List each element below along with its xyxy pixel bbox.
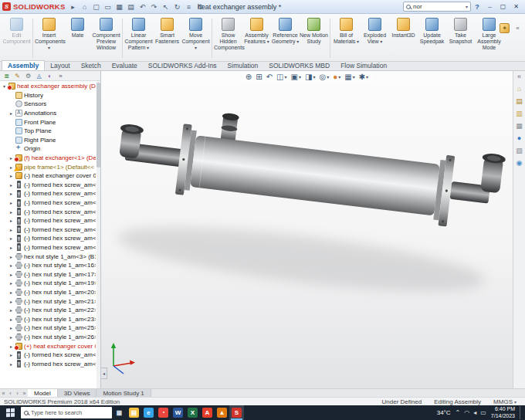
ribbon-instant3d-button[interactable]: Instant3D <box>389 15 418 61</box>
zoom-to-fit-icon[interactable]: ⊕ <box>246 73 252 81</box>
expander-icon[interactable]: ▸ <box>8 344 14 349</box>
solidworks-resources-icon[interactable]: ⌂ <box>517 86 521 93</box>
hidden-icons-chevron[interactable]: ⌃ <box>456 410 461 416</box>
ribbon-assembly-features-button[interactable]: Assembly Features ▾ <box>242 15 271 61</box>
ribbon-move-component-button[interactable]: Move Component ▾ <box>181 15 210 61</box>
expander-icon[interactable]: ▸ <box>8 173 14 178</box>
expander-icon[interactable]: ▸ <box>8 235 14 241</box>
task-pane-collapse-icon[interactable]: « <box>517 73 521 80</box>
menu-arrow-icon[interactable]: ▸ <box>67 2 78 12</box>
displaymanager-tab-icon[interactable]: ◐ <box>45 72 55 80</box>
view-settings-icon[interactable]: ✱▾ <box>359 73 368 81</box>
expander-icon[interactable]: ▸ <box>8 280 14 286</box>
edit-appearance-icon[interactable]: ●▾ <box>333 73 340 81</box>
ribbon-exploded-view-button[interactable]: Exploded View ▾ <box>361 15 389 61</box>
custom-properties-icon[interactable]: ▧ <box>516 147 523 154</box>
collapse-ribbon-icon[interactable]: « <box>513 23 523 33</box>
tree-item[interactable]: ▸(-) heat exchanger cover 01<1> (B <box>0 171 100 181</box>
graphics-area[interactable]: ⊕⊞↶◫▾▣▾◨▾◎▾●▾▦▾✱▾ ◂ <box>101 71 513 388</box>
expander-icon[interactable]: ▸ <box>8 272 14 277</box>
save-icon[interactable]: ▦ <box>113 2 124 12</box>
undo-icon[interactable]: ↶ <box>137 2 147 12</box>
expander-icon[interactable]: ▸ <box>8 290 14 295</box>
tree-item[interactable]: ▸(-) formed hex screw_am<12> (B <box>0 243 100 252</box>
excel-icon[interactable]: X <box>185 405 200 420</box>
ribbon-show-hidden-components-button[interactable]: Show Hidden Components <box>214 15 242 61</box>
expander-icon[interactable]: ▸ <box>8 317 14 322</box>
close-button[interactable]: ✕ <box>510 2 523 12</box>
tree-item[interactable]: ▸(-) formed hex screw_am<16> (B <box>0 359 100 368</box>
tree-scrollbar[interactable] <box>97 81 100 388</box>
network-icon[interactable]: ◠ <box>464 410 469 416</box>
adobe-icon[interactable]: A <box>200 405 215 420</box>
tab-evaluate[interactable]: Evaluate <box>107 61 143 70</box>
view-orientation-icon[interactable]: ▣▾ <box>291 73 301 81</box>
expander-icon[interactable]: ▸ <box>8 191 14 196</box>
expander-icon[interactable]: ▸ <box>8 307 14 313</box>
expander-icon[interactable]: ▸ <box>8 334 14 340</box>
tree-item[interactable]: ▸(-) formed hex screw_am<2> (B18 <box>0 189 100 198</box>
appearances-icon[interactable]: ● <box>517 135 521 142</box>
task-view-icon[interactable]: ▦ <box>112 405 127 420</box>
battery-icon[interactable]: ▭ <box>480 410 486 416</box>
show-desktop-button[interactable] <box>520 406 523 420</box>
zoom-to-area-icon[interactable]: ⊞ <box>256 73 262 81</box>
maximize-button[interactable]: ▢ <box>496 2 510 12</box>
tree-item[interactable]: Front Plane <box>0 117 100 127</box>
doc-tab-motion-study-1[interactable]: Motion Study 1 <box>97 389 151 397</box>
expander-icon[interactable]: ▸ <box>8 352 14 357</box>
file-explorer-icon[interactable]: ▥ <box>516 110 523 117</box>
tree-item[interactable]: Right Plane <box>0 136 100 145</box>
minimize-button[interactable]: – <box>483 2 496 12</box>
tree-item[interactable]: ▸(f) heat exchanger<1> (Defaul <box>0 154 100 163</box>
expander-icon[interactable]: ▸ <box>8 218 14 223</box>
tab-sketch[interactable]: Sketch <box>76 61 107 70</box>
expander-icon[interactable]: ▸ <box>8 209 14 215</box>
edge-icon[interactable]: e <box>141 405 156 420</box>
tree-item[interactable]: ▸(-) formed hex screw_am<4> (B18 <box>0 207 100 216</box>
tree-item[interactable]: Sensors <box>0 100 100 109</box>
first-tab-arrow[interactable]: « <box>0 389 7 397</box>
ribbon-reference-geometry-button[interactable]: Reference Geometry ▾ <box>271 15 300 61</box>
rebuild-icon[interactable]: ↻ <box>171 2 182 12</box>
forum-icon[interactable]: ◉ <box>517 160 523 167</box>
tree-item[interactable]: ▸(-) hex nut style 1_am<22> (B18.2 <box>0 306 100 315</box>
tree-item[interactable]: ▸(-) formed hex screw_am<15> (B <box>0 351 100 360</box>
tree-item[interactable]: ▸Annotations <box>0 109 100 118</box>
ribbon-edit-component-button[interactable]: Edit Component <box>2 15 31 61</box>
dimxpertmanager-tab-icon[interactable]: ◬ <box>34 72 44 80</box>
redo-icon[interactable]: ↷ <box>148 2 159 12</box>
select-icon[interactable]: ↖ <box>160 2 171 12</box>
tree-item[interactable]: ▸(-) formed hex screw_am<11> (B <box>0 234 100 243</box>
print-icon[interactable]: ▤ <box>125 2 136 12</box>
tree-item[interactable]: ▸pipe frame<1> (Default<< <box>0 162 100 171</box>
expander-icon[interactable]: ▸ <box>8 164 14 170</box>
taskbar-search-input[interactable]: Type here to search <box>21 407 112 418</box>
weather-temperature[interactable]: 34°C <box>437 409 451 416</box>
volume-icon[interactable]: ◂ <box>473 410 476 416</box>
chrome-icon[interactable]: ◔ <box>156 405 171 420</box>
design-library-icon[interactable]: ▤ <box>516 98 523 105</box>
new-document-icon[interactable]: ▢ <box>90 2 101 12</box>
tree-item[interactable]: ▸(-) hex nut style 1_am<17> (B18.2 <box>0 269 100 279</box>
expander-icon[interactable]: ▸ <box>8 361 14 367</box>
word-icon[interactable]: W <box>171 405 185 420</box>
doc-tab-model[interactable]: Model <box>28 389 58 397</box>
ribbon-large-assembly-mode-button[interactable]: Large Assembly Mode <box>475 15 503 61</box>
tab-flow-simulation[interactable]: Flow Simulation <box>335 61 392 70</box>
expander-icon[interactable]: ▸ <box>8 262 14 268</box>
ribbon-bill-of-materials-button[interactable]: Bill of Materials ▾ <box>332 15 361 61</box>
ribbon-smart-fasteners-button[interactable]: Smart Fasteners <box>153 15 181 61</box>
tree-item[interactable]: ▸(-) formed hex screw_am<1> (B18 <box>0 181 100 190</box>
start-button[interactable] <box>0 405 20 420</box>
home-icon[interactable]: ⌂ <box>79 2 90 12</box>
open-icon[interactable]: ▭ <box>102 2 113 12</box>
ribbon-linear-component-pattern-button[interactable]: Linear Component Pattern ▾ <box>124 15 153 61</box>
tree-item[interactable]: ▸(-) hex nut style 1_am<20> (B18.2 <box>0 288 100 297</box>
doc-tab-3d-views[interactable]: 3D Views <box>58 389 97 397</box>
tree-item[interactable]: ▸(-) formed hex screw_am<10> (B <box>0 225 100 235</box>
tree-item[interactable]: ▸(-) hex nut style 1_am<26> (B18.2 <box>0 333 100 342</box>
tab-solidworks-mbd[interactable]: SOLIDWORKS MBD <box>263 61 335 70</box>
tree-item[interactable]: History <box>0 91 100 100</box>
search-input[interactable]: nor ▾ <box>403 2 471 12</box>
